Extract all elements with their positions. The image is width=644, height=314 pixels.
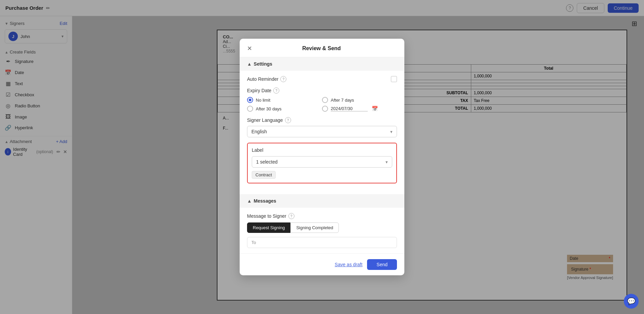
send-button[interactable]: Send <box>367 259 397 270</box>
no-limit-label: No limit <box>256 98 270 103</box>
settings-toggle-icon: ▲ <box>247 61 252 67</box>
language-chevron-icon: ▾ <box>390 129 393 134</box>
radio-no-limit[interactable]: No limit <box>247 97 322 103</box>
label-tag-contract[interactable]: Contract <box>252 171 276 179</box>
messages-section-title: Messages <box>254 198 276 204</box>
modal-header: ✕ Review & Send <box>240 39 404 57</box>
messages-section-header[interactable]: ▲ Messages <box>240 194 404 208</box>
expiry-date-label: Expiry Date ? <box>247 88 397 94</box>
message-tabs: Request Signing Signing Completed <box>247 222 397 233</box>
label-section-wrapper: Label 1 selected ▾ Contract <box>247 143 397 183</box>
signer-language-section: Signer Language ? English ▾ <box>247 117 397 137</box>
tab-request-signing[interactable]: Request Signing <box>247 222 290 233</box>
messages-toggle-icon: ▲ <box>247 198 252 204</box>
modal-overlay: ✕ Review & Send ▲ Settings Auto Reminder… <box>0 0 644 314</box>
auto-reminder-checkbox[interactable] <box>391 76 397 82</box>
radio-no-limit-btn[interactable] <box>247 97 253 103</box>
review-send-modal: ✕ Review & Send ▲ Settings Auto Reminder… <box>240 39 404 275</box>
radio-after-30-days-btn[interactable] <box>247 106 253 112</box>
message-to-field[interactable]: To <box>247 237 397 248</box>
save-as-draft-button[interactable]: Save as draft <box>335 262 363 267</box>
expiry-radio-group: No limit After 7 days After 30 days 📅 <box>247 97 397 112</box>
after-30-days-label: After 30 days <box>256 106 282 111</box>
auto-reminder-help-icon[interactable]: ? <box>280 76 286 82</box>
radio-custom-date-btn[interactable] <box>322 106 328 112</box>
expiry-help-icon[interactable]: ? <box>273 88 279 94</box>
expiry-date-section: Expiry Date ? No limit After 7 days Afte… <box>247 88 397 112</box>
modal-close-button[interactable]: ✕ <box>247 45 252 52</box>
tab-signing-completed[interactable]: Signing Completed <box>290 222 339 233</box>
modal-title: Review & Send <box>302 45 341 51</box>
label-title: Label <box>252 147 392 153</box>
label-chevron-icon: ▾ <box>386 160 388 165</box>
label-dropdown[interactable]: 1 selected ▾ <box>252 156 392 168</box>
signer-language-label: Signer Language ? <box>247 117 397 123</box>
modal-footer: Save as draft Send <box>240 253 404 275</box>
after-7-days-label: After 7 days <box>331 98 354 103</box>
auto-reminder-row: Auto Reminder ? <box>247 76 397 82</box>
chat-bubble-button[interactable]: 💬 <box>624 294 639 309</box>
language-value: English <box>251 129 267 134</box>
calendar-icon[interactable]: 📅 <box>372 106 378 112</box>
messages-body: Message to Signer ? Request Signing Sign… <box>240 208 404 253</box>
radio-after-30-days[interactable]: After 30 days <box>247 106 322 112</box>
label-selected-value: 1 selected <box>256 159 278 165</box>
radio-after-7-days[interactable]: After 7 days <box>322 97 397 103</box>
auto-reminder-label: Auto Reminder ? <box>247 76 286 82</box>
settings-section-header[interactable]: ▲ Settings <box>240 57 404 71</box>
settings-section-title: Settings <box>254 61 272 67</box>
message-help-icon[interactable]: ? <box>288 213 294 219</box>
label-section: Label 1 selected ▾ Contract <box>247 143 397 183</box>
radio-after-7-days-btn[interactable] <box>322 97 328 103</box>
signer-language-help-icon[interactable]: ? <box>285 117 291 123</box>
message-to-signer-label: Message to Signer ? <box>247 213 397 219</box>
radio-custom-date[interactable]: 📅 <box>322 106 397 112</box>
language-dropdown[interactable]: English ▾ <box>247 126 397 137</box>
settings-body: Auto Reminder ? Expiry Date ? No limit <box>240 71 404 194</box>
date-input[interactable] <box>331 106 368 111</box>
